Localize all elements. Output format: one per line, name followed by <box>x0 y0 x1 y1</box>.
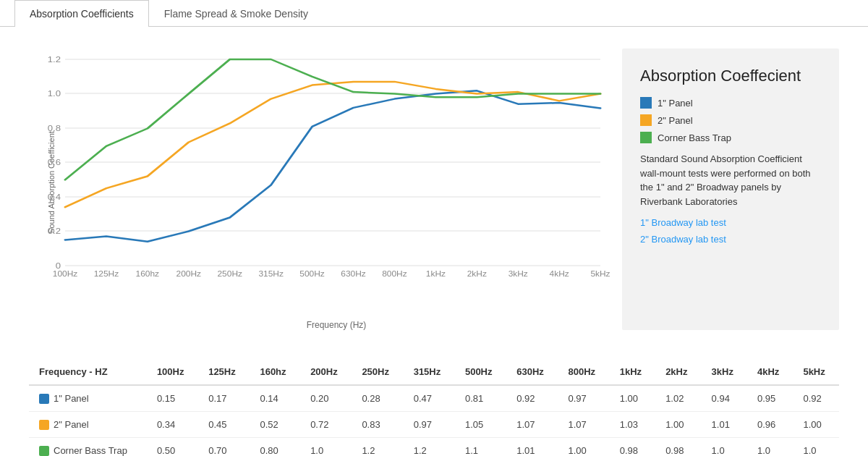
row-label-cell: Corner Bass Trap <box>29 438 147 457</box>
table-cell: 0.94 <box>702 385 747 412</box>
table-cell: 1.0 <box>702 438 747 457</box>
chart-inner: 0 0.2 0.4 0.6 0.8 1.0 1.2 100Hz 125Hz 16… <box>65 59 600 276</box>
x-axis-label: Frequency (Hz) <box>29 320 608 330</box>
tab-flame-spread[interactable]: Flame Spread & Smoke Density <box>149 0 323 27</box>
series-bass-trap <box>65 59 600 180</box>
legend-bass-trap-label: Corner Bass Trap <box>658 132 731 143</box>
table-cell: 0.72 <box>300 412 352 438</box>
svg-text:315Hz: 315Hz <box>258 270 284 278</box>
svg-text:0.8: 0.8 <box>48 124 61 133</box>
svg-text:1.0: 1.0 <box>48 89 61 98</box>
main-content: Sound Absorption Coefficient 0 <box>0 41 868 345</box>
table-cell: 0.70 <box>198 438 250 457</box>
legend-2-panel-label: 2" Panel <box>658 115 693 126</box>
absorption-chart: 0 0.2 0.4 0.6 0.8 1.0 1.2 100Hz 125Hz 16… <box>65 59 600 276</box>
link-1-broadway-test[interactable]: 1" Broadway lab test <box>640 217 821 228</box>
table-cell: 1.01 <box>702 412 747 438</box>
table-header-row: Frequency - HZ 100Hz 125Hz 160hz 200Hz 2… <box>29 359 839 385</box>
row-color-indicator <box>39 446 49 456</box>
svg-text:0.6: 0.6 <box>48 158 61 167</box>
table-row: 1" Panel0.150.170.140.200.280.470.810.92… <box>29 385 839 412</box>
table-cell: 0.97 <box>558 385 609 412</box>
data-table: Frequency - HZ 100Hz 125Hz 160hz 200Hz 2… <box>29 359 839 456</box>
table-cell: 0.83 <box>352 412 403 438</box>
table-cell: 1.00 <box>655 412 701 438</box>
col-header-100hz: 100Hz <box>147 359 198 385</box>
chart-area: Sound Absorption Coefficient 0 <box>29 48 608 330</box>
table-row: Corner Bass Trap0.500.700.801.01.21.21.1… <box>29 438 839 457</box>
svg-text:160hz: 160hz <box>136 270 160 278</box>
col-header-freq: Frequency - HZ <box>29 359 147 385</box>
table-cell: 1.03 <box>610 412 655 438</box>
svg-text:0.2: 0.2 <box>48 227 61 236</box>
col-header-800hz: 800Hz <box>558 359 609 385</box>
svg-text:100Hz: 100Hz <box>53 270 78 278</box>
col-header-125hz: 125Hz <box>198 359 250 385</box>
col-header-500hz: 500Hz <box>455 359 506 385</box>
table-cell: 1.1 <box>455 438 506 457</box>
info-box-title: Absorption Coeffecient <box>640 67 821 85</box>
svg-text:630Hz: 630Hz <box>341 270 366 278</box>
table-cell: 0.95 <box>747 385 793 412</box>
table-cell: 1.01 <box>506 438 558 457</box>
series-1-panel <box>65 90 600 241</box>
table-cell: 0.92 <box>506 385 558 412</box>
row-label-text: Corner Bass Trap <box>54 445 127 456</box>
table-cell: 0.34 <box>147 412 198 438</box>
svg-text:250Hz: 250Hz <box>217 270 242 278</box>
table-cell: 1.2 <box>404 438 455 457</box>
svg-text:5kHz: 5kHz <box>590 270 610 278</box>
table-cell: 0.81 <box>455 385 506 412</box>
link-2-broadway-test[interactable]: 2" Broadway lab test <box>640 234 821 245</box>
svg-text:125Hz: 125Hz <box>94 270 119 278</box>
table-cell: 0.50 <box>147 438 198 457</box>
table-cell: 0.97 <box>404 412 455 438</box>
tab-absorption-coefficients[interactable]: Absorption Coefficients <box>14 0 149 27</box>
col-header-315hz: 315Hz <box>404 359 455 385</box>
col-header-160hz: 160hz <box>250 359 300 385</box>
table-cell: 1.02 <box>655 385 701 412</box>
table-cell: 1.00 <box>793 412 839 438</box>
legend-1-panel-color <box>640 97 652 109</box>
col-header-5khz: 5kHz <box>793 359 839 385</box>
table-cell: 1.00 <box>610 385 655 412</box>
table-cell: 0.98 <box>610 438 655 457</box>
table-cell: 1.07 <box>506 412 558 438</box>
col-header-1khz: 1kHz <box>610 359 655 385</box>
table-cell: 1.0 <box>300 438 352 457</box>
table-cell: 0.52 <box>250 412 300 438</box>
table-cell: 0.28 <box>352 385 403 412</box>
table-cell: 0.96 <box>747 412 793 438</box>
row-label-cell: 1" Panel <box>29 385 147 412</box>
row-label-text: 1" Panel <box>54 393 89 404</box>
col-header-2khz: 2kHz <box>655 359 701 385</box>
row-color-indicator <box>39 394 49 404</box>
tab-bar: Absorption Coefficients Flame Spread & S… <box>0 0 868 27</box>
chart-container: Sound Absorption Coefficient 0 <box>29 48 608 316</box>
table-cell: 1.0 <box>747 438 793 457</box>
svg-text:200Hz: 200Hz <box>176 270 202 278</box>
table-cell: 0.17 <box>198 385 250 412</box>
table-cell: 0.47 <box>404 385 455 412</box>
table-cell: 1.00 <box>558 438 609 457</box>
svg-text:1.2: 1.2 <box>48 55 61 64</box>
row-label-text: 2" Panel <box>54 419 89 430</box>
table-cell: 0.80 <box>250 438 300 457</box>
svg-text:4kHz: 4kHz <box>550 270 570 278</box>
table-cell: 0.14 <box>250 385 300 412</box>
col-header-4khz: 4kHz <box>747 359 793 385</box>
table-cell: 1.07 <box>558 412 609 438</box>
table-cell: 0.45 <box>198 412 250 438</box>
svg-text:3kHz: 3kHz <box>509 270 529 278</box>
table-cell: 1.0 <box>793 438 839 457</box>
legend-2-panel-color <box>640 114 652 126</box>
row-color-indicator <box>39 420 49 430</box>
table-cell: 1.2 <box>352 438 403 457</box>
legend-1-panel-label: 1" Panel <box>658 98 693 109</box>
svg-text:1kHz: 1kHz <box>426 270 446 278</box>
info-description: Standard Sound Absorption Coefficient wa… <box>640 152 821 208</box>
y-axis-label: Sound Absorption Coefficient <box>47 131 56 234</box>
legend-2-panel: 2" Panel <box>640 114 821 126</box>
table-cell: 1.05 <box>455 412 506 438</box>
row-label-cell: 2" Panel <box>29 412 147 438</box>
